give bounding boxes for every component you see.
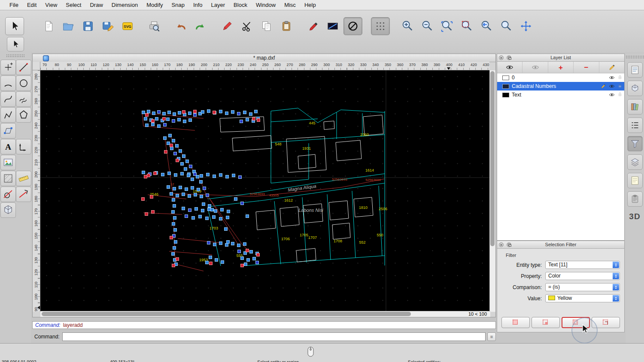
menu-draw[interactable]: Draw	[85, 2, 107, 8]
no-fill-button[interactable]	[343, 17, 362, 35]
detach-panel-icon[interactable]	[507, 242, 511, 247]
menu-select[interactable]: Select	[61, 2, 85, 8]
edit-entity-button[interactable]	[304, 18, 322, 35]
menu-view[interactable]: View	[41, 2, 61, 8]
draw-entity-button[interactable]	[218, 18, 236, 35]
deselect-matching-entities-button[interactable]	[532, 317, 560, 328]
measure-tool-button[interactable]	[16, 171, 31, 186]
zoom-out-button[interactable]	[418, 18, 436, 35]
layer-row-text[interactable]: Text	[497, 90, 624, 99]
dropdown-stepper-icon[interactable]: ▲▼	[613, 273, 619, 279]
eye-icon[interactable]	[609, 83, 615, 89]
lock-icon[interactable]	[617, 83, 623, 88]
horizontal-scrollbar-thumb[interactable]	[42, 312, 411, 316]
zoom-in-button[interactable]	[398, 18, 416, 35]
eye-icon[interactable]	[609, 75, 615, 81]
arc-tool-button[interactable]	[0, 75, 16, 91]
edit-layer-button[interactable]	[599, 62, 624, 73]
save-file-button[interactable]	[79, 18, 97, 35]
palette-drag-handle[interactable]	[6, 54, 25, 58]
remove-layer-button[interactable]: −	[574, 62, 599, 73]
paste-button[interactable]	[277, 18, 295, 35]
new-file-button[interactable]	[39, 18, 58, 35]
eye-icon[interactable]	[609, 92, 615, 98]
zoom-previous-button[interactable]	[477, 18, 495, 35]
library-browser-button[interactable]	[627, 99, 643, 115]
menu-dimension[interactable]: Dimension	[107, 2, 142, 8]
lock-icon[interactable]	[617, 92, 623, 97]
line-properties-button[interactable]	[324, 18, 342, 35]
command-input[interactable]	[62, 332, 486, 341]
menu-snap[interactable]: Snap	[167, 2, 189, 8]
pan-button[interactable]	[517, 18, 535, 35]
point-tool-button[interactable]	[0, 60, 16, 75]
filter-dropdown-value-[interactable]: Yellow▲▼	[545, 294, 620, 302]
filter-dropdown-property-[interactable]: Color▲▼	[545, 272, 620, 280]
layer-list-panel-button[interactable]	[627, 154, 643, 170]
menu-modify[interactable]: Modify	[142, 2, 167, 8]
redo-button[interactable]	[191, 18, 210, 35]
polygon-tool-button[interactable]	[16, 107, 31, 123]
region-tool-button[interactable]	[0, 123, 16, 139]
hatch-tool-button[interactable]	[0, 171, 16, 186]
document-title-bar[interactable]: * map.dxf	[33, 54, 495, 62]
text-tool-button[interactable]: A	[0, 139, 16, 154]
hide-all-layers-button[interactable]	[522, 62, 548, 73]
selection-tool-button[interactable]	[5, 17, 24, 35]
remove-matching-from-selection-button[interactable]	[592, 317, 620, 328]
dropdown-stepper-icon[interactable]: ▲▼	[613, 284, 619, 290]
menu-window[interactable]: Window	[252, 2, 280, 8]
zoom-selection-button[interactable]	[458, 18, 476, 35]
strip-drag-handle[interactable]	[626, 55, 644, 59]
vertical-scrollbar-thumb[interactable]	[490, 71, 495, 246]
undo-button[interactable]	[172, 18, 190, 35]
dimension-tool-button[interactable]	[16, 139, 31, 154]
menu-layer[interactable]: Layer	[207, 2, 230, 8]
layer-row-0[interactable]: 0	[497, 73, 624, 82]
horizontal-scrollbar[interactable]: 10 < 100	[40, 311, 490, 317]
view-list-button[interactable]	[627, 118, 643, 133]
menu-info[interactable]: Info	[189, 2, 207, 8]
solid-tool-button[interactable]	[0, 202, 16, 218]
vertical-scrollbar[interactable]	[489, 70, 495, 312]
menu-file[interactable]: File	[5, 2, 23, 8]
dropdown-stepper-icon[interactable]: ▲▼	[613, 262, 619, 268]
layer-row-cadastral-numbers[interactable]: Cadastral Numbers	[497, 82, 624, 90]
add-layer-button[interactable]: +	[548, 62, 574, 73]
close-panel-icon[interactable]	[499, 55, 504, 60]
spline-tool-button[interactable]	[16, 91, 31, 107]
modify-tool-button[interactable]	[16, 187, 31, 202]
line-tool-button[interactable]	[16, 60, 31, 75]
command-history-button[interactable]	[627, 173, 643, 188]
lock-icon[interactable]	[617, 75, 623, 80]
svg-export-button[interactable]: SVG	[118, 18, 137, 35]
clipboard-panel-button[interactable]	[627, 191, 643, 207]
zoom-window-button[interactable]	[497, 18, 515, 35]
menu-edit[interactable]: Edit	[23, 2, 41, 8]
block-list-button[interactable]	[627, 81, 643, 96]
selection-filter-panel-button[interactable]	[627, 136, 643, 151]
image-tool-button[interactable]	[0, 155, 16, 170]
curve-tool-button[interactable]	[0, 91, 16, 107]
cut-button[interactable]	[238, 18, 256, 35]
grid-toggle-button[interactable]	[371, 17, 390, 35]
copy-button[interactable]	[258, 18, 276, 35]
tangent-tool-button[interactable]	[0, 187, 16, 202]
property-editor-button[interactable]	[627, 62, 643, 78]
dropdown-stepper-icon[interactable]: ▲▼	[613, 295, 619, 302]
select-matching-entities-button[interactable]	[501, 317, 530, 328]
pencil-small-icon[interactable]	[600, 83, 606, 89]
filter-dropdown-entity-type-[interactable]: Text [11]▲▼	[545, 261, 620, 269]
open-file-button[interactable]	[59, 18, 77, 35]
command-options-button[interactable]: ≡	[487, 332, 496, 341]
polyline-tool-button[interactable]	[0, 107, 16, 123]
pointer-tool-button[interactable]	[7, 37, 24, 51]
circle-tool-button[interactable]	[16, 75, 31, 91]
add-matching-to-selection-button[interactable]	[562, 317, 590, 328]
filter-dropdown-comparison-[interactable]: = (is)▲▼	[545, 283, 620, 291]
close-panel-icon[interactable]	[499, 242, 504, 247]
show-all-layers-button[interactable]	[497, 62, 522, 73]
auto-zoom-button[interactable]	[438, 18, 456, 35]
print-preview-button[interactable]	[145, 18, 163, 35]
save-as-button[interactable]	[99, 18, 117, 35]
